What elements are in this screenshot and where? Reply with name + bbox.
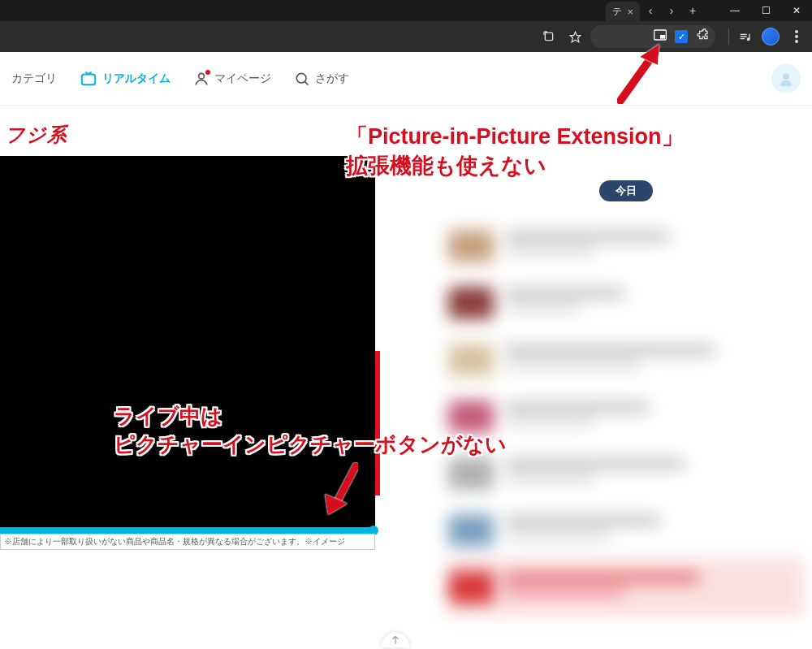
- svg-rect-0: [545, 32, 552, 40]
- list-item[interactable]: [448, 331, 804, 388]
- checkbox-extension-icon[interactable]: ✓: [675, 30, 688, 43]
- channel-label: フジ系: [0, 106, 812, 156]
- list-item[interactable]: [448, 218, 804, 275]
- browser-tab[interactable]: テ ×: [606, 2, 640, 21]
- video-player[interactable]: [0, 156, 375, 527]
- schedule-list[interactable]: [448, 218, 804, 624]
- nav-category-label: カテゴリ: [11, 71, 57, 86]
- extensions-box: ✓: [590, 25, 715, 48]
- search-icon: [294, 71, 310, 87]
- nav-category[interactable]: カテゴリ: [11, 71, 57, 86]
- svg-point-5: [795, 30, 798, 33]
- player-caption-strip: ※店舗により一部取り扱いがない商品や商品名・規格が異なる場合がございます。※イメ…: [0, 534, 375, 550]
- svg-point-7: [795, 40, 798, 43]
- svg-rect-3: [660, 35, 665, 39]
- list-item[interactable]: [448, 559, 804, 616]
- person-icon: [193, 71, 209, 87]
- site-header: カテゴリ リアルタイム マイページ さがす: [0, 52, 812, 106]
- nav-realtime-label: リアルタイム: [102, 71, 171, 86]
- window-minimize-button[interactable]: —: [719, 0, 750, 21]
- svg-point-11: [783, 73, 788, 79]
- tab-label: テ: [612, 5, 622, 19]
- svg-point-6: [795, 35, 798, 38]
- list-item[interactable]: [448, 388, 804, 445]
- screenshot-icon[interactable]: [538, 26, 559, 47]
- browser-titlebar: テ × ‹ › + — ☐ ✕: [0, 0, 812, 21]
- window-close-button[interactable]: ✕: [781, 0, 812, 21]
- nav-mypage[interactable]: マイページ: [193, 71, 271, 87]
- tv-icon: [80, 71, 97, 87]
- list-item[interactable]: [448, 275, 804, 331]
- tab-history-forward-icon[interactable]: ›: [661, 0, 682, 21]
- tab-strip: テ × ‹ › +: [606, 0, 703, 21]
- tab-history-back-icon[interactable]: ‹: [640, 0, 661, 21]
- svg-point-10: [296, 73, 306, 83]
- user-avatar[interactable]: [771, 64, 801, 93]
- list-item[interactable]: [448, 502, 804, 559]
- seekbar-fill: [0, 527, 371, 534]
- kebab-menu-icon[interactable]: [786, 26, 807, 47]
- scroll-indicator-button[interactable]: [382, 633, 409, 647]
- extensions-puzzle-icon[interactable]: [696, 28, 709, 45]
- nav-search-label: さがす: [315, 71, 349, 86]
- player-column: ※店舗により一部取り扱いがない商品や商品名・規格が異なる場合がございます。※イメ…: [0, 156, 375, 624]
- profile-avatar-icon[interactable]: [760, 26, 781, 47]
- list-item[interactable]: [448, 445, 804, 502]
- browser-toolbar: ✓: [0, 21, 812, 52]
- svg-marker-1: [570, 32, 581, 42]
- window-controls: — ☐ ✕: [719, 0, 812, 21]
- new-tab-button[interactable]: +: [682, 0, 703, 21]
- nav-mypage-label: マイページ: [214, 71, 271, 86]
- nav-realtime[interactable]: リアルタイム: [80, 71, 171, 87]
- main-row: ※店舗により一部取り扱いがない商品や商品名・規格が異なる場合がございます。※イメ…: [0, 156, 812, 624]
- schedule-column: 今日: [375, 156, 812, 624]
- window-maximize-button[interactable]: ☐: [750, 0, 781, 21]
- bookmark-star-icon[interactable]: [564, 26, 585, 47]
- tab-close-icon[interactable]: ×: [627, 6, 633, 18]
- music-note-icon[interactable]: [734, 26, 755, 47]
- caption-text: ※店舗により一部取り扱いがない商品や商品名・規格が異なる場合がございます。※イメ…: [4, 536, 345, 547]
- video-seekbar[interactable]: [0, 527, 375, 534]
- nav-search[interactable]: さがす: [294, 71, 349, 87]
- pip-extension-icon[interactable]: [654, 29, 667, 44]
- today-pill[interactable]: 今日: [599, 180, 653, 201]
- toolbar-divider: [728, 28, 729, 45]
- svg-point-9: [199, 73, 205, 79]
- svg-rect-8: [82, 74, 95, 84]
